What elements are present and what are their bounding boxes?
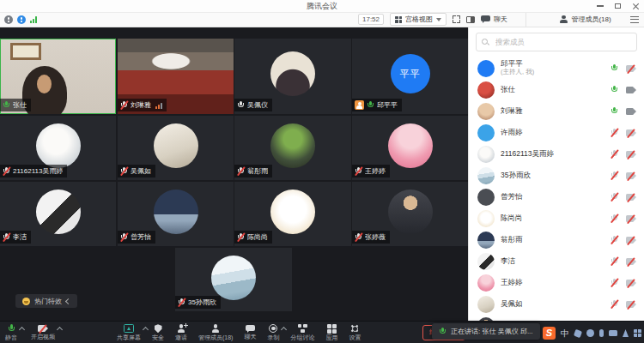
shield-icon	[155, 324, 162, 333]
apps-button[interactable]: 应用	[325, 322, 337, 343]
chevron-down-icon	[436, 18, 441, 21]
video-tile[interactable]: 刘琳雅	[118, 39, 234, 114]
effects-label: 热门特效	[34, 297, 62, 306]
member-row[interactable]: 邱平平 (主持人, 我)	[469, 57, 644, 79]
chevron-up-icon[interactable]	[143, 327, 149, 333]
meeting-info-icon[interactable]	[4, 15, 13, 24]
screen-share-icon	[124, 324, 134, 333]
members-panel: 邱平平 (主持人, 我) 张仕 刘琳雅	[468, 27, 644, 322]
avatar	[477, 253, 495, 270]
invite-person-icon	[177, 324, 185, 333]
chevron-up-icon[interactable]	[281, 327, 287, 333]
invite-button[interactable]: 邀请	[175, 322, 187, 343]
wall-picture-frame	[10, 43, 41, 60]
chat-button[interactable]: 聊天	[244, 322, 256, 343]
gear-icon	[350, 324, 359, 333]
member-row[interactable]: 王婷婷	[469, 272, 644, 293]
members-panel-header: 管理成员(18)	[526, 12, 644, 27]
tile-name-label: 吴佩仪	[234, 99, 272, 111]
members-count-label: 管理成员(18)	[571, 15, 611, 24]
record-button[interactable]: 录制	[267, 322, 279, 343]
avatar	[477, 274, 495, 292]
breakout-rooms-button[interactable]: 分组讨论	[290, 322, 314, 343]
member-row[interactable]: 许雨婷	[469, 122, 644, 143]
video-tile[interactable]: 王婷婷	[352, 116, 468, 180]
chevron-up-icon[interactable]	[57, 327, 63, 333]
maximize-icon[interactable]	[615, 3, 621, 9]
participant-name: 吴佩仪	[247, 100, 268, 110]
fullscreen-icon[interactable]	[453, 15, 460, 23]
minimize-icon[interactable]	[597, 5, 604, 7]
avatar	[477, 103, 495, 120]
video-tile[interactable]: 曾芳怡	[118, 182, 234, 246]
member-row[interactable]: 21162113吴雨婷	[469, 143, 644, 165]
effects-pill[interactable]: 热门特效	[15, 294, 77, 308]
share-screen-button[interactable]: 共享屏幕	[117, 322, 141, 343]
search-icon	[482, 39, 489, 46]
view-controls: 17:52 宫格视图 聊天	[358, 12, 507, 27]
video-tile[interactable]: 张婷薇	[352, 182, 468, 246]
video-tile[interactable]: 35孙雨欣	[175, 248, 292, 311]
chevron-up-icon[interactable]	[19, 327, 25, 333]
emoji-icon[interactable]	[586, 329, 594, 337]
mic-muted-icon	[611, 257, 618, 266]
mic-muted-icon	[355, 233, 362, 242]
camera-off-icon	[626, 280, 636, 286]
ime-shape-icon[interactable]	[574, 328, 582, 337]
member-row[interactable]: 翁彤雨	[469, 229, 644, 250]
participant-face	[37, 75, 52, 93]
chat-panel-button[interactable]: 聊天	[481, 15, 507, 24]
member-row[interactable]: 张仕	[469, 79, 644, 100]
keyboard-icon[interactable]	[609, 330, 617, 336]
camera-on-icon	[626, 108, 636, 115]
tile-name-label: 王婷婷	[352, 165, 390, 178]
voice-input-icon[interactable]	[599, 329, 604, 337]
video-tile[interactable]: 21162113吴雨婷	[0, 116, 116, 180]
video-tile[interactable]: 翁彤雨	[234, 116, 351, 180]
video-tile[interactable]: 吴佩如	[118, 116, 234, 180]
split-view-icon[interactable]	[466, 16, 475, 23]
mic-muted-icon	[120, 233, 128, 242]
video-tile[interactable]: 平平 邱平平	[352, 39, 468, 114]
mic-muted-icon	[355, 167, 362, 176]
security-button[interactable]: 安全	[152, 322, 164, 343]
mic-muted-icon	[611, 129, 618, 137]
tile-name-label: 吴佩如	[118, 165, 155, 178]
panel-menu-icon[interactable]	[630, 16, 639, 23]
security-info-icon[interactable]	[17, 15, 26, 24]
video-tile[interactable]: 陈尚尚	[234, 182, 351, 246]
sogou-logo-icon[interactable]: S	[543, 327, 556, 340]
close-icon[interactable]	[632, 3, 639, 9]
member-name: 21162113吴雨婷	[501, 149, 605, 159]
ime-mode-label[interactable]: 中	[561, 329, 569, 338]
avatar	[477, 60, 495, 77]
mic-muted-icon	[178, 298, 185, 307]
window-controls	[597, 0, 639, 12]
video-tile[interactable]: 张仕	[0, 39, 116, 114]
member-row[interactable]: 刘琳雅	[469, 100, 644, 122]
start-video-button[interactable]: 开启视频	[31, 322, 55, 343]
tile-name-label: 35孙雨欣	[175, 296, 221, 309]
video-tile[interactable]: 李洁	[0, 182, 116, 246]
mic-on-icon	[611, 64, 618, 73]
mute-button[interactable]: 静音	[5, 322, 17, 343]
member-row[interactable]: 陈尚尚	[469, 208, 644, 229]
search-input[interactable]	[494, 37, 631, 47]
mic-muted-icon	[237, 167, 245, 176]
member-row[interactable]: 35孙雨欣	[469, 165, 644, 186]
member-search-box[interactable]	[476, 33, 637, 51]
camera-off-icon	[626, 237, 636, 244]
member-row[interactable]: 吴佩如	[469, 293, 644, 315]
member-row[interactable]: 曾芳怡	[469, 186, 644, 208]
layout-view-button[interactable]: 宫格视图	[390, 13, 447, 26]
mic-muted-icon	[3, 233, 10, 242]
member-name: 翁彤雨	[501, 235, 605, 245]
toolbox-grid-icon[interactable]	[634, 329, 641, 337]
skin-icon[interactable]	[623, 329, 629, 337]
member-row[interactable]: 李洁	[469, 250, 644, 272]
member-name: 张仕	[501, 85, 605, 95]
manage-members-button[interactable]: 管理成员(18)	[198, 322, 233, 343]
video-tile[interactable]: 吴佩仪	[234, 39, 351, 114]
settings-button[interactable]: 设置	[349, 322, 361, 343]
participant-name: 邱平平	[377, 100, 398, 110]
